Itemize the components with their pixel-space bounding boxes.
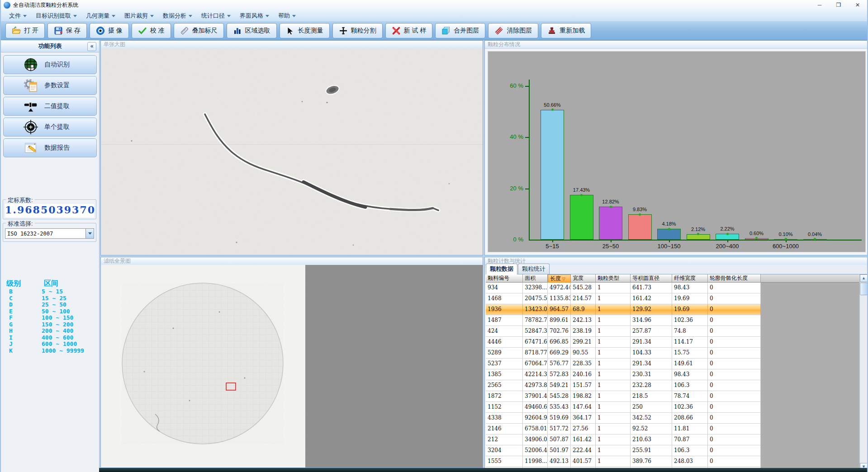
table-row[interactable]: 146820475.541135.83214.571161.4219.690 [486, 293, 761, 304]
table-cell: 1 [596, 434, 631, 445]
table-cell: 106.3 [672, 380, 708, 391]
table-cell: 702.76 [548, 326, 571, 336]
binary-extract-icon [23, 99, 39, 114]
table-row[interactable]: 444667471.63696.85299.211291.34114.170 [486, 337, 761, 348]
menu-item-4[interactable]: 图片裁剪 [120, 10, 158, 21]
tab-颗粒数据[interactable]: 颗粒数据 [486, 264, 517, 274]
menu-item-5[interactable]: 数据分析 [158, 10, 197, 21]
sidebar-button-label: 二值提取 [44, 102, 70, 110]
minimize-button[interactable]: ─ [810, 0, 829, 10]
maximize-button[interactable]: ❐ [829, 0, 848, 10]
standard-combobox[interactable]: ISO 16232-2007 [5, 228, 94, 239]
table-cell: 4338 [486, 413, 523, 423]
bar-marker-dot [580, 194, 583, 196]
toolbar-button-length-measure[interactable]: 长度测量 [280, 23, 330, 38]
toolbar-button-label: 校 准 [150, 27, 165, 35]
toolbar-button-folder-open[interactable]: 打 开 [5, 23, 45, 38]
menu-item-7[interactable]: 界面风格 [235, 10, 274, 21]
filter-paper-image[interactable] [101, 265, 305, 467]
table-row[interactable]: 138542214.33572.83240.161230.3198.430 [486, 369, 761, 380]
toolbar-button-save[interactable]: 保 存 [47, 23, 87, 38]
table-row[interactable]: 21234906.07507.87161.421210.6370.870 [486, 434, 761, 445]
toolbar-button-ruler[interactable]: 叠加标尺 [174, 23, 224, 38]
toolbar-button-reload[interactable]: 重新加载 [541, 23, 591, 38]
table-cell: 0 [708, 326, 761, 336]
column-header-1[interactable]: 颗料编号 [486, 274, 523, 283]
table-cell: 255.91 [631, 445, 672, 456]
table-cell: 669.29 [548, 348, 571, 358]
sidebar-button-param-settings[interactable]: 参数设置 [3, 76, 97, 95]
sidebar-button-label: 数据报告 [44, 144, 70, 152]
table-row[interactable]: 193613423.03964.5768.91129.9219.690 [486, 304, 761, 315]
table-cell: 576.77 [548, 359, 571, 369]
toolbar-button-camera[interactable]: 摄 像 [90, 23, 129, 38]
toolbar-button-label: 保 存 [66, 27, 81, 35]
scroll-thumb[interactable] [860, 283, 868, 295]
table-row[interactable]: 187237901.45545.28198.821218.578.740 [486, 391, 761, 402]
column-header-4[interactable]: 宽度 [571, 274, 596, 283]
standard-combobox-value: ISO 16232-2007 [5, 231, 85, 237]
column-header-7[interactable]: 纤维宽度 [672, 274, 708, 283]
table-cell: 299.21 [571, 337, 596, 347]
table-cell: 6758.01 [523, 424, 548, 434]
chevron-down-icon [292, 15, 296, 17]
table-row[interactable]: 115249460.6535.43147.641250102.360 [486, 402, 761, 413]
levels-row: K1000 ~ 99999 [6, 348, 84, 354]
table-vertical-scrollbar[interactable]: ▲ ▼ [859, 274, 868, 471]
table-cell: 0 [708, 456, 761, 467]
table-cell: 1 [596, 326, 631, 336]
table-row[interactable]: 155511998...492.13401.571389.76248.030 [486, 456, 761, 467]
toolbar-button-particle-split[interactable]: 颗粒分割 [332, 23, 383, 38]
toolbar-button-merge-layers[interactable]: 合并图层 [435, 23, 485, 38]
tab-颗粒统计[interactable]: 颗粒统计 [518, 264, 550, 274]
table-row[interactable]: 148778782.78899.61242.131314.96102.360 [486, 315, 761, 326]
scroll-up-button[interactable]: ▲ [860, 274, 868, 282]
bar-marker-dot [639, 213, 641, 216]
table-row[interactable]: 93432398...4972.44545.281641.7398.430 [486, 283, 761, 293]
single-image-view[interactable] [101, 48, 483, 255]
chevron-down-icon [227, 15, 231, 17]
table-cell: 0 [708, 380, 761, 391]
table-cell: 198.82 [571, 391, 596, 401]
table-row[interactable]: 523767064.76576.77228.351291.34149.610 [486, 359, 761, 369]
sidebar-button-auto-detect[interactable]: 自动识别 [3, 55, 97, 74]
menu-item-3[interactable]: 几何测量 [81, 10, 120, 21]
table-row[interactable]: 52898718.77669.2990.551104.3315.750 [486, 348, 761, 359]
column-header-8[interactable]: 轮廓骨骼化长度 [708, 274, 761, 283]
table-cell: 2146 [486, 424, 523, 434]
table-row[interactable]: 320452006.48501.97222.441255.91106.30 [486, 445, 761, 456]
y-tick-mark [525, 137, 529, 138]
menu-item-1[interactable]: 文件 [5, 10, 31, 21]
table-cell: 78782.78 [523, 315, 548, 326]
menu-item-6[interactable]: 统计口径 [197, 10, 235, 21]
bar-value-label: 4.18% [653, 221, 685, 227]
column-header-2[interactable]: 面积 [523, 274, 548, 283]
toolbar-button-calibrate-check[interactable]: 校 准 [132, 23, 171, 38]
sidebar-collapse-button[interactable]: « [87, 42, 96, 51]
y-axis [529, 80, 530, 240]
column-header-3[interactable]: 长度▽ [548, 274, 571, 283]
table-row[interactable]: 21466758.01517.7227.56192.5211.810 [486, 424, 761, 434]
combobox-dropdown-button[interactable] [85, 229, 94, 238]
menu-item-2[interactable]: 目标识别提取 [31, 10, 81, 21]
bar-value-label: 9.83% [624, 207, 656, 212]
table-cell: 149.61 [672, 359, 708, 369]
levels-cell: 600 ~ 1000 [42, 341, 77, 348]
table-row[interactable]: 433892604.94519.69364.171342.52208.660 [486, 413, 761, 424]
table-row[interactable]: 42452847.36702.76238.191257.8774.80 [486, 326, 761, 337]
sidebar-button-binary-extract[interactable]: 二值提取 [3, 97, 97, 116]
menu-item-8[interactable]: 帮助 [274, 10, 300, 21]
toolbar-button-new-sample[interactable]: 新 试 样 [385, 23, 433, 38]
sidebar-button-data-report[interactable]: 数据报告 [3, 138, 97, 157]
column-header-6[interactable]: 等积圆直径 [631, 274, 672, 283]
table-row[interactable]: 256542973.84549.21151.571232.28106.30 [486, 380, 761, 391]
x-tick-label: 200~400 [707, 243, 748, 250]
table-cell: 232.28 [631, 380, 672, 391]
toolbar-button-region-select[interactable]: 区域选取 [227, 23, 277, 38]
close-button[interactable]: ✕ [848, 0, 867, 10]
toolbar-button-clear-layers[interactable]: 清除图层 [488, 23, 538, 38]
menu-item-label: 目标识别提取 [36, 10, 71, 21]
sidebar-button-single-extract[interactable]: 单个提取 [3, 118, 97, 137]
table-cell: 1 [596, 413, 631, 423]
column-header-5[interactable]: 颗粒类型 [596, 274, 631, 283]
